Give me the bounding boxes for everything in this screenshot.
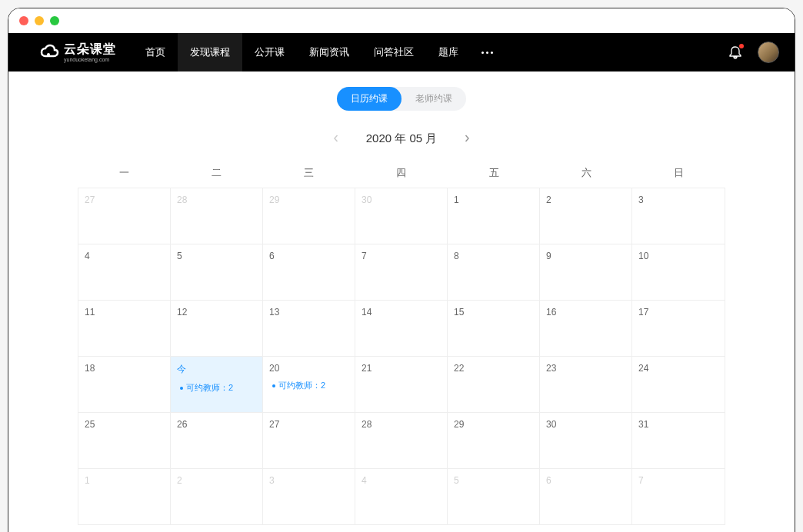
calendar-cell[interactable]: 5 <box>171 244 263 300</box>
chevron-left-icon <box>332 135 340 142</box>
day-number: 22 <box>454 363 533 374</box>
calendar-row: 11121314151617 <box>78 301 725 357</box>
calendar-cell[interactable]: 6 <box>540 469 632 524</box>
main-nav: 首页 发现课程 公开课 新闻资讯 问答社区 题库 <box>133 33 504 71</box>
calendar-cell[interactable]: 10 <box>632 244 725 300</box>
calendar-cell[interactable]: 28 <box>355 413 448 468</box>
calendar-cell[interactable]: 3 <box>263 469 355 524</box>
month-navigation: 2020 年 05 月 <box>47 129 756 148</box>
day-number: 2 <box>177 475 256 486</box>
cloud-icon <box>39 44 61 61</box>
calendar-row: 25262728293031 <box>78 413 725 469</box>
event-label: 可约教师：2 <box>186 382 233 394</box>
nav-question-bank[interactable]: 题库 <box>426 33 471 71</box>
available-teacher-event[interactable]: 可约教师：2 <box>177 382 256 394</box>
day-number: 11 <box>85 307 164 318</box>
day-number: 24 <box>638 363 718 374</box>
calendar-cell[interactable]: 15 <box>448 301 540 356</box>
calendar-cell[interactable]: 20可约教师：2 <box>263 357 355 412</box>
weekday-wed: 三 <box>263 163 355 183</box>
prev-month-button[interactable] <box>329 129 343 148</box>
nav-qa-community[interactable]: 问答社区 <box>362 33 426 71</box>
nav-home[interactable]: 首页 <box>133 33 178 71</box>
weekday-thu: 四 <box>355 163 448 183</box>
user-avatar[interactable] <box>758 42 779 63</box>
nav-news[interactable]: 新闻资讯 <box>297 33 362 71</box>
nav-more[interactable] <box>471 33 504 71</box>
day-number: 3 <box>638 195 718 205</box>
calendar-cell[interactable]: 1 <box>78 469 171 524</box>
notifications-button[interactable] <box>728 45 742 59</box>
day-number: 4 <box>362 475 441 486</box>
day-number: 7 <box>638 475 718 486</box>
weekday-sun: 日 <box>633 163 725 183</box>
calendar-cell[interactable]: 2 <box>540 188 632 244</box>
nav-open-class[interactable]: 公开课 <box>242 33 297 71</box>
calendar-cell[interactable]: 29 <box>448 413 540 468</box>
day-number: 17 <box>638 307 718 318</box>
calendar-cell[interactable]: 27 <box>78 188 171 244</box>
calendar-cell[interactable]: 11 <box>78 301 171 356</box>
calendar-cell[interactable]: 25 <box>78 413 171 468</box>
calendar-cell[interactable]: 30 <box>355 188 448 244</box>
nav-discover-courses[interactable]: 发现课程 <box>178 33 242 71</box>
calendar-cell[interactable]: 21 <box>355 357 448 412</box>
calendar-cell[interactable]: 6 <box>263 244 355 300</box>
next-month-button[interactable] <box>460 129 474 148</box>
weekday-mon: 一 <box>78 163 170 183</box>
calendar-cell[interactable]: 2 <box>171 469 263 524</box>
calendar-cell[interactable]: 30 <box>540 413 632 468</box>
calendar-cell[interactable]: 29 <box>263 188 355 244</box>
day-number: 20 <box>269 363 348 374</box>
day-number: 28 <box>362 419 441 430</box>
calendar-cell[interactable]: 9 <box>540 244 632 300</box>
calendar-cell[interactable]: 5 <box>448 469 540 524</box>
calendar-cell[interactable]: 8 <box>448 244 540 300</box>
logo-sub: yunduoketang.com <box>64 57 116 62</box>
event-dot-icon <box>272 384 275 387</box>
calendar-cell[interactable]: 26 <box>171 413 263 468</box>
day-number: 25 <box>85 419 164 430</box>
calendar-cell[interactable]: 23 <box>540 357 632 412</box>
day-number: 21 <box>362 363 441 374</box>
calendar-cell[interactable]: 27 <box>263 413 355 468</box>
calendar-cell[interactable]: 4 <box>78 244 171 300</box>
calendar-cell[interactable]: 16 <box>540 301 632 356</box>
event-label: 可约教师：2 <box>278 380 325 391</box>
calendar-cell[interactable]: 7 <box>632 469 725 524</box>
calendar-cell[interactable]: 24 <box>632 357 725 412</box>
calendar-cell[interactable]: 28 <box>171 188 263 244</box>
day-number: 18 <box>85 363 164 374</box>
calendar-cell[interactable]: 31 <box>632 413 725 468</box>
calendar-cell[interactable]: 22 <box>448 357 540 412</box>
day-number: 6 <box>269 251 348 261</box>
calendar-cell[interactable]: 12 <box>171 301 263 356</box>
day-number: 28 <box>177 195 256 205</box>
tab-calendar-booking[interactable]: 日历约课 <box>337 87 402 111</box>
calendar-cell[interactable]: 13 <box>263 301 355 356</box>
calendar-cell[interactable]: 18 <box>78 357 171 412</box>
tab-teacher-booking[interactable]: 老师约课 <box>402 87 466 111</box>
header: 云朵课堂 yunduoketang.com 首页 发现课程 公开课 新闻资讯 问… <box>8 33 795 71</box>
day-number: 5 <box>454 475 533 486</box>
close-icon[interactable] <box>19 16 28 25</box>
available-teacher-event[interactable]: 可约教师：2 <box>269 380 348 391</box>
event-dot-icon <box>180 387 183 390</box>
calendar-grid: 27282930123456789101112131415161718今可约教师… <box>78 188 725 525</box>
day-number: 7 <box>362 251 441 261</box>
today-marker: 今 <box>177 363 256 376</box>
day-number: 3 <box>269 475 348 486</box>
maximize-icon[interactable] <box>50 16 59 25</box>
calendar-cell[interactable]: 7 <box>355 244 448 300</box>
day-number: 27 <box>85 195 164 205</box>
calendar-cell[interactable]: 14 <box>355 301 448 356</box>
day-number: 10 <box>638 251 718 261</box>
day-number: 31 <box>638 419 718 430</box>
calendar-cell[interactable]: 3 <box>632 188 725 244</box>
logo[interactable]: 云朵课堂 yunduoketang.com <box>39 43 116 62</box>
calendar-cell[interactable]: 1 <box>448 188 540 244</box>
calendar-cell[interactable]: 4 <box>355 469 448 524</box>
calendar-cell[interactable]: 今可约教师：2 <box>171 357 263 412</box>
minimize-icon[interactable] <box>35 16 44 25</box>
calendar-cell[interactable]: 17 <box>632 301 725 356</box>
